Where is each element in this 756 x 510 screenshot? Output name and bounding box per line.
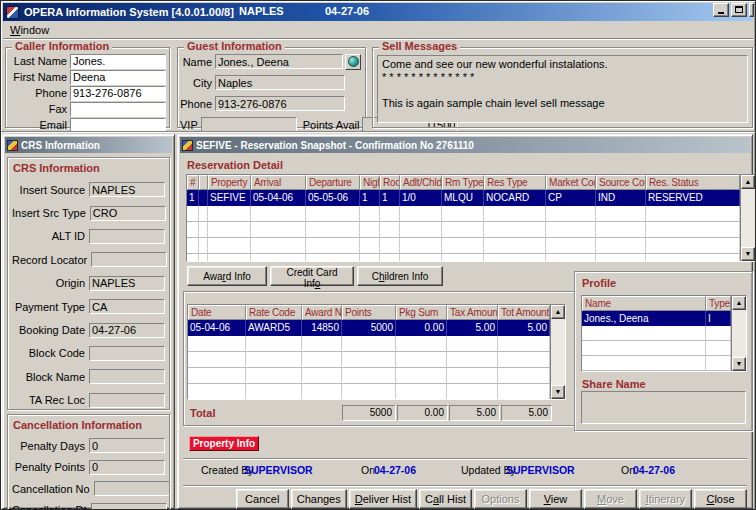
origin-field[interactable] — [89, 276, 165, 291]
record-locator-field[interactable] — [91, 252, 167, 267]
call-hist-button[interactable]: Call Hist — [419, 489, 472, 509]
divider — [183, 458, 747, 460]
window-icon — [7, 140, 18, 151]
property-badge: NAPLES — [239, 5, 284, 17]
sell-message-line — [382, 84, 743, 97]
insert-source-field[interactable] — [89, 182, 165, 197]
sell-messages-title: Sell Messages — [379, 40, 460, 52]
empty-row — [188, 336, 550, 352]
scroll-up-button[interactable]: ▲ — [732, 296, 746, 310]
changes-button[interactable]: Changes — [291, 489, 347, 509]
close-button[interactable] — [749, 3, 754, 17]
total-tax-amount-field: 5.00 — [449, 405, 500, 421]
tab-award-info[interactable]: Award Info — [187, 266, 267, 286]
block-code-field[interactable] — [89, 346, 165, 361]
col-rm-type: Rm Type — [442, 175, 484, 190]
first-name-input[interactable] — [70, 70, 166, 85]
vip-label: VIP — [180, 119, 198, 131]
deliver-hist-button[interactable]: Deliver Hist — [349, 489, 417, 509]
share-name-field[interactable] — [581, 391, 746, 424]
penalty-points-label: Penalty Points — [12, 461, 85, 473]
insert-src-type-label: Insert Src Type — [12, 207, 86, 219]
email-label: Email — [9, 119, 67, 131]
guest-city-field[interactable] — [215, 75, 345, 90]
created-by-value: SUPERVISOR — [244, 464, 313, 476]
reservation-detail-title: Reservation Detail — [187, 159, 283, 171]
penalty-points-field[interactable] — [89, 460, 165, 475]
col-market-code: Market Code — [546, 175, 596, 190]
col-nights: Night — [360, 175, 380, 190]
menu-bar: Window — [3, 22, 753, 39]
profile-table-body: Name Type Jones., Deena I — [582, 296, 731, 371]
updated-on-value: 04-27-06 — [633, 464, 675, 476]
fax-input[interactable] — [70, 102, 166, 117]
scroll-down-button[interactable]: ▼ — [551, 385, 565, 399]
crs-window-titlebar[interactable]: CRS Information — [5, 137, 172, 153]
origin-label: Origin — [12, 277, 85, 289]
block-name-field[interactable] — [89, 369, 165, 384]
scroll-up-button[interactable]: ▲ — [741, 175, 755, 189]
empty-row — [188, 384, 550, 399]
alt-id-field[interactable] — [89, 229, 165, 244]
award-row-selected[interactable]: 05-04-06 AWARD5 14850 5000 0.00 5.00 5.0… — [188, 320, 550, 336]
property-info-button[interactable]: Property Info — [189, 436, 259, 451]
profile-table-scrollbar[interactable]: ▲ ▼ — [731, 296, 746, 371]
col-tot-amount: Tot Amount — [498, 305, 550, 320]
col-source-code: Source Code — [596, 175, 646, 190]
snapshot-window-titlebar[interactable]: SEFIVE - Reservation Snapshot - Confirma… — [180, 137, 750, 153]
sell-message-line: * * * * * * * * * * * * * — [382, 71, 743, 84]
vip-field[interactable] — [201, 117, 297, 132]
profile-lookup-button[interactable] — [345, 54, 361, 70]
cancellation-no-label: Cancellation No — [12, 483, 90, 495]
reservation-snapshot-window: SEFIVE - Reservation Snapshot - Confirma… — [177, 134, 753, 509]
col-name: Name — [582, 296, 706, 311]
ta-rec-loc-field[interactable] — [89, 393, 165, 408]
minimize-button[interactable] — [713, 3, 729, 17]
payment-type-field[interactable] — [89, 299, 165, 314]
scroll-up-button[interactable]: ▲ — [551, 305, 565, 319]
tab-children-info[interactable]: Children Info — [357, 266, 443, 286]
points-avail-label: Points Avail — [303, 119, 360, 131]
penalty-days-label: Penalty Days — [12, 440, 85, 452]
cancellation-information-box: Cancellation Information Penalty Days Pe… — [7, 414, 170, 510]
scroll-down-button[interactable]: ▼ — [732, 357, 746, 371]
cancellation-section-title: Cancellation Information — [13, 419, 142, 431]
total-points-field: 5000 — [342, 405, 396, 421]
maximize-button[interactable] — [731, 3, 747, 17]
booking-date-label: Booking Date — [12, 324, 85, 336]
guest-phone-field[interactable] — [215, 96, 345, 111]
divider — [183, 485, 747, 487]
title-bar: OPERA Information System [4.0.01.00/8] — [3, 3, 753, 21]
block-code-label: Block Code — [12, 347, 85, 359]
booking-date-field[interactable] — [89, 323, 165, 338]
profile-table: Name Type Jones., Deena I ▲ ▼ — [581, 295, 747, 372]
cancel-button[interactable]: Cancel — [236, 489, 289, 509]
caller-phone-input[interactable] — [70, 86, 166, 101]
guest-name-field[interactable] — [215, 54, 343, 69]
reservation-row-selected[interactable]: 1 SEFIVE 05-04-06 05-05-06 1 1 1/0 MLQU … — [187, 190, 740, 206]
cancellation-dt-field[interactable] — [91, 503, 167, 510]
updated-by-value: SUPERVISOR — [506, 464, 575, 476]
itinerary-button: Itinerary — [639, 489, 692, 509]
cancellation-no-field[interactable] — [94, 481, 170, 496]
col-type: Type — [706, 296, 731, 311]
scroll-down-button[interactable]: ▼ — [741, 247, 755, 261]
empty-row — [188, 368, 550, 384]
penalty-days-field[interactable] — [89, 438, 165, 453]
tab-credit-card-info[interactable]: Credit Card Info — [270, 266, 354, 286]
last-name-input[interactable] — [70, 54, 166, 69]
view-button[interactable]: View — [529, 489, 582, 509]
col-tax-amount: Tax Amount — [447, 305, 498, 320]
insert-src-type-field[interactable] — [90, 206, 166, 221]
close-button[interactable]: Close — [694, 489, 747, 509]
fax-label: Fax — [9, 103, 67, 115]
empty-row — [187, 238, 740, 254]
guest-city-label: City — [180, 77, 212, 89]
award-table-scrollbar[interactable]: ▲ ▼ — [550, 305, 565, 399]
award-table-body: Date Rate Code Award No Points Pkg Sum T… — [188, 305, 550, 399]
profile-row-selected[interactable]: Jones., Deena I — [582, 311, 731, 326]
menu-window[interactable]: Window — [3, 23, 56, 37]
profile-title: Profile — [582, 277, 616, 289]
reservation-table-scrollbar[interactable]: ▲ ▼ — [740, 175, 755, 261]
col-rooms: Roon — [380, 175, 400, 190]
